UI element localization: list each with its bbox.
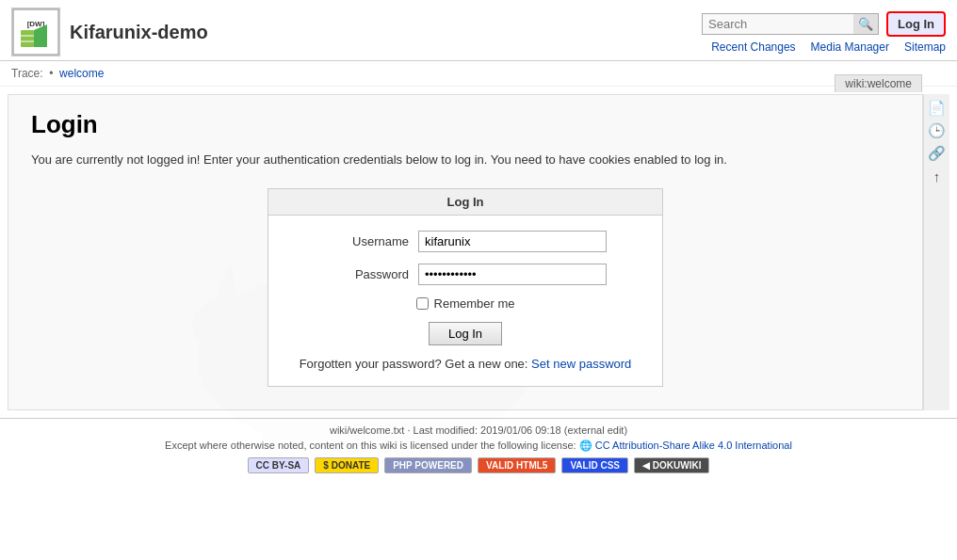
nav-recent-changes[interactable]: Recent Changes bbox=[711, 40, 795, 54]
username-input[interactable] bbox=[418, 231, 607, 252]
forgot-text: Forgotten your password? Get a new one: bbox=[300, 357, 528, 371]
search-button[interactable]: 🔍 bbox=[853, 14, 878, 34]
username-row: Username bbox=[287, 231, 643, 252]
badge-php[interactable]: PHP POWERED bbox=[384, 457, 472, 473]
username-label: Username bbox=[324, 234, 409, 248]
footer-license-prefix: Except where otherwise noted, content on… bbox=[165, 440, 576, 451]
header: [DW] Kifarunix-demo 🔍 Log In Recent Chan… bbox=[0, 0, 957, 61]
content-area: wiki:welcome *NIX TIPS & TUTORIALS bbox=[8, 94, 923, 410]
old-revisions-icon[interactable]: 🕒 bbox=[927, 120, 948, 141]
badge-cc[interactable]: CC BY-SA bbox=[248, 457, 310, 473]
nav-links: Recent Changes Media Manager Sitemap bbox=[711, 40, 946, 54]
back-to-top-icon[interactable]: ↑ bbox=[927, 166, 948, 186]
login-submit-button[interactable]: Log In bbox=[429, 322, 502, 345]
sidebar-icons: 📄 🕒 🔗 ↑ bbox=[923, 94, 949, 410]
wiki-tab: wiki:welcome bbox=[835, 74, 922, 92]
footer-meta: wiki/welcome.txt · Last modified: 2019/0… bbox=[11, 424, 946, 436]
show-page-icon[interactable]: 📄 bbox=[927, 98, 948, 119]
forgot-password: Forgotten your password? Get a new one: … bbox=[287, 357, 643, 371]
header-left: [DW] Kifarunix-demo bbox=[11, 8, 208, 56]
page-description: You are currently not logged in! Enter y… bbox=[31, 151, 900, 169]
password-input[interactable] bbox=[418, 264, 607, 285]
footer: wiki/welcome.txt · Last modified: 2019/0… bbox=[0, 418, 957, 479]
footer-license-link[interactable]: CC Attribution-Share Alike 4.0 Internati… bbox=[595, 440, 792, 451]
login-button[interactable]: Log In bbox=[886, 11, 946, 37]
breadcrumb-welcome-link[interactable]: welcome bbox=[59, 67, 104, 80]
footer-badges: CC BY-SA $ DONATE PHP POWERED VALID HTML… bbox=[11, 457, 946, 473]
page-heading: Login bbox=[31, 110, 900, 139]
badge-css[interactable]: VALID CSS bbox=[561, 457, 628, 473]
trace-label: Trace: bbox=[11, 67, 43, 80]
badge-html5[interactable]: VALID HTML5 bbox=[478, 457, 556, 473]
badge-donate[interactable]: $ DONATE bbox=[315, 457, 379, 473]
set-new-password-link[interactable]: Set new password bbox=[531, 357, 631, 371]
remember-row: Remember me bbox=[287, 296, 643, 311]
login-form: Username Password Remember me Log In For… bbox=[268, 216, 662, 386]
site-title: Kifarunix-demo bbox=[70, 22, 208, 43]
backlinks-icon[interactable]: 🔗 bbox=[927, 143, 948, 164]
top-right-row: 🔍 Log In bbox=[702, 11, 946, 37]
header-right: 🔍 Log In Recent Changes Media Manager Si… bbox=[702, 11, 946, 54]
nav-media-manager[interactable]: Media Manager bbox=[811, 40, 889, 54]
svg-rect-3 bbox=[21, 30, 34, 47]
content-inner: Login You are currently not logged in! E… bbox=[8, 95, 922, 409]
footer-license: Except where otherwise noted, content on… bbox=[11, 440, 946, 452]
nav-sitemap[interactable]: Sitemap bbox=[904, 40, 946, 54]
remember-me-checkbox[interactable] bbox=[416, 297, 429, 310]
badge-dokuwiki[interactable]: ◀ DOKUWIKI bbox=[634, 457, 709, 473]
logo-icon: [DW] bbox=[11, 8, 60, 56]
main-container: wiki:welcome *NIX TIPS & TUTORIALS bbox=[0, 87, 957, 418]
password-row: Password bbox=[287, 264, 643, 285]
login-form-title: Log In bbox=[268, 189, 662, 216]
search-input[interactable] bbox=[703, 14, 853, 34]
password-label: Password bbox=[324, 267, 409, 281]
search-form: 🔍 bbox=[702, 13, 879, 35]
remember-me-label: Remember me bbox=[434, 296, 515, 311]
login-box: Log In Username Password Remember me Log bbox=[268, 188, 663, 387]
breadcrumb: Trace: • welcome bbox=[0, 61, 957, 87]
